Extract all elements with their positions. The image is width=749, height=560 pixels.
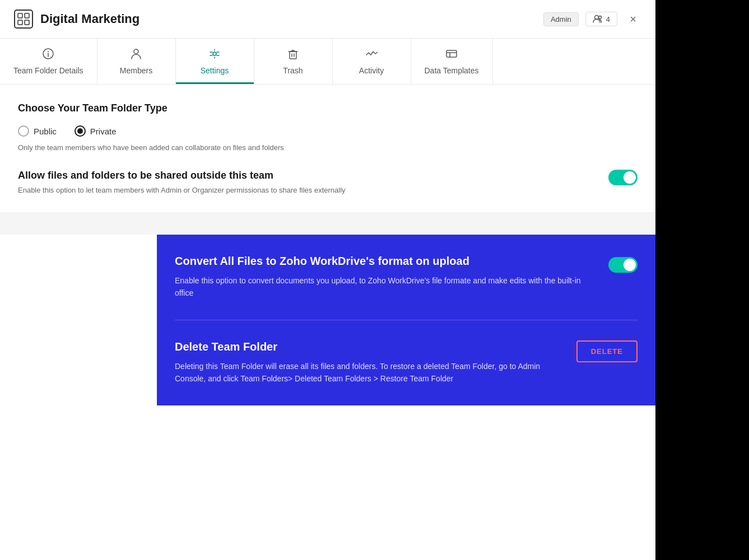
gray-gap bbox=[0, 212, 655, 235]
svg-rect-2 bbox=[18, 20, 22, 25]
tab-data-templates-label: Data Templates bbox=[425, 66, 479, 75]
tabs-bar: Team Folder Details Members bbox=[0, 39, 655, 85]
tab-activity[interactable]: Activity bbox=[333, 39, 411, 84]
radio-public[interactable]: Public bbox=[18, 125, 57, 137]
svg-rect-3 bbox=[25, 13, 29, 18]
tab-data-templates[interactable]: Data Templates bbox=[411, 39, 493, 84]
activity-icon bbox=[365, 48, 378, 62]
convert-files-description: Enable this option to convert documents … bbox=[175, 274, 595, 300]
svg-rect-22 bbox=[446, 50, 457, 57]
delete-folder-text: Delete Team Folder Deleting this Team Fo… bbox=[175, 340, 563, 385]
share-outside-text: Allow files and folders to be shared out… bbox=[18, 170, 595, 194]
tab-trash[interactable]: Trash bbox=[254, 39, 333, 84]
folder-type-heading: Choose Your Team Folder Type bbox=[18, 102, 638, 114]
tab-team-folder-details[interactable]: Team Folder Details bbox=[0, 39, 97, 84]
convert-files-text: Convert All Files to Zoho WorkDrive's fo… bbox=[175, 255, 595, 300]
folder-type-radio-group: Public Private bbox=[18, 125, 638, 137]
radio-circle-private bbox=[75, 125, 86, 137]
logo-icon bbox=[13, 9, 34, 29]
tab-trash-label: Trash bbox=[283, 66, 303, 75]
info-icon bbox=[42, 48, 54, 62]
radio-public-label: Public bbox=[34, 127, 57, 136]
tab-settings[interactable]: Settings bbox=[176, 39, 254, 84]
delete-folder-section: Delete Team Folder Deleting this Team Fo… bbox=[175, 340, 638, 405]
svg-point-6 bbox=[598, 16, 601, 19]
delete-folder-description: Deleting this Team Folder will erase all… bbox=[175, 360, 563, 385]
svg-rect-18 bbox=[290, 52, 296, 59]
svg-point-11 bbox=[213, 52, 216, 55]
delete-button[interactable]: DELETE bbox=[576, 340, 638, 362]
tab-team-folder-details-label: Team Folder Details bbox=[13, 66, 83, 75]
close-button[interactable]: × bbox=[624, 10, 642, 28]
convert-files-section: Convert All Files to Zoho WorkDrive's fo… bbox=[175, 255, 638, 320]
convert-files-heading: Convert All Files to Zoho WorkDrive's fo… bbox=[175, 255, 595, 268]
radio-private[interactable]: Private bbox=[75, 125, 117, 137]
blue-divider bbox=[175, 320, 638, 320]
members-icon bbox=[130, 48, 142, 62]
members-badge[interactable]: 4 bbox=[585, 12, 617, 26]
members-count: 4 bbox=[606, 15, 610, 24]
folder-type-section: Choose Your Team Folder Type Public Priv… bbox=[18, 102, 638, 152]
convert-files-toggle[interactable] bbox=[608, 257, 638, 273]
folder-type-description: Only the team members who have been adde… bbox=[18, 143, 638, 152]
content-area: Choose Your Team Folder Type Public Priv… bbox=[0, 85, 655, 560]
delete-folder-heading: Delete Team Folder bbox=[175, 340, 563, 353]
modal-container: Digital Marketing Admin 4 × Team Fo bbox=[0, 0, 655, 560]
settings-icon bbox=[208, 48, 221, 62]
settings-blue-section: Convert All Files to Zoho WorkDrive's fo… bbox=[157, 235, 655, 405]
svg-rect-0 bbox=[15, 10, 32, 28]
page-title: Digital Marketing bbox=[40, 12, 537, 26]
share-outside-description: Enable this option to let team members w… bbox=[18, 186, 595, 194]
settings-white-section: Choose Your Team Folder Type Public Priv… bbox=[0, 85, 655, 212]
trash-icon bbox=[287, 48, 299, 62]
tab-members-label: Members bbox=[120, 66, 152, 75]
data-templates-icon bbox=[445, 48, 458, 62]
radio-circle-public bbox=[18, 125, 29, 137]
header: Digital Marketing Admin 4 × bbox=[0, 0, 655, 39]
share-outside-section: Allow files and folders to be shared out… bbox=[18, 170, 638, 194]
svg-rect-1 bbox=[18, 13, 22, 18]
tab-members[interactable]: Members bbox=[97, 39, 176, 84]
tab-activity-label: Activity bbox=[359, 66, 384, 75]
share-outside-heading: Allow files and folders to be shared out… bbox=[18, 170, 595, 181]
svg-point-10 bbox=[134, 49, 138, 54]
admin-badge: Admin bbox=[543, 12, 579, 26]
svg-rect-4 bbox=[25, 20, 29, 25]
share-outside-toggle[interactable] bbox=[608, 170, 638, 185]
tab-settings-label: Settings bbox=[201, 66, 229, 75]
radio-private-label: Private bbox=[90, 127, 117, 136]
svg-point-9 bbox=[48, 51, 49, 52]
